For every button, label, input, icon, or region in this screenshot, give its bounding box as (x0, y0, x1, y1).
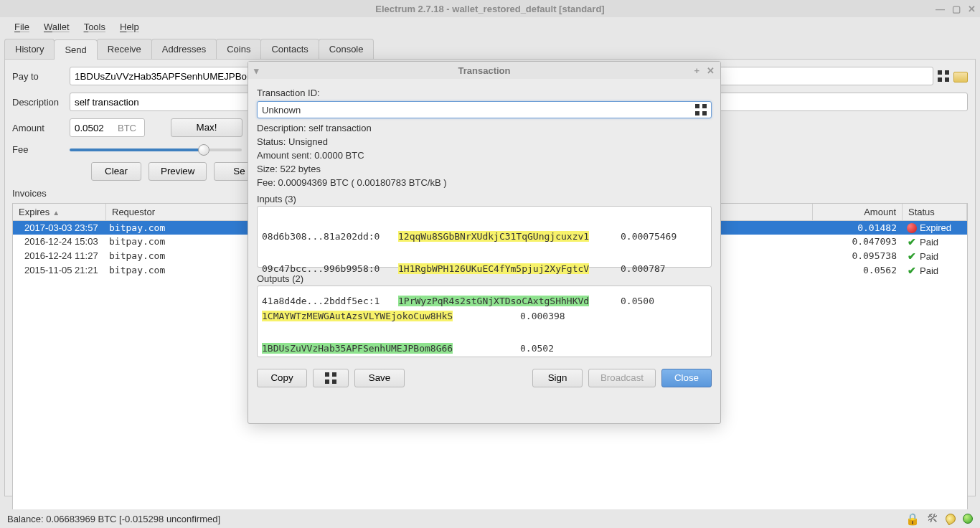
dialog-menu-icon[interactable]: ▾ (254, 65, 259, 76)
tx-fee: Fee: 0.00094369 BTC ( 0.00180783 BTC/kB … (257, 177, 712, 188)
preview-button[interactable]: Preview (149, 162, 207, 181)
tab-send[interactable]: Send (54, 39, 97, 60)
fee-label: Fee (12, 144, 70, 155)
tx-amount: Amount sent: 0.0000 BTC (257, 150, 712, 161)
sort-asc-icon: ▲ (52, 209, 60, 217)
seed-icon[interactable] (943, 512, 957, 525)
status-paid-icon: ✔ (907, 236, 917, 248)
tab-history[interactable]: History (4, 39, 55, 59)
window-title: Electrum 2.7.18 - wallet_restored_defaul… (375, 4, 604, 14)
folder-icon[interactable] (953, 72, 968, 82)
save-button[interactable]: Save (354, 369, 405, 387)
dialog-close-icon[interactable]: ✕ (707, 65, 715, 76)
col-status[interactable]: Status (903, 204, 967, 220)
lock-icon[interactable]: 🔒 (905, 512, 920, 526)
txid-label: Transaction ID: (257, 88, 712, 98)
status-paid-icon: ✔ (907, 250, 917, 262)
tab-coins[interactable]: Coins (216, 39, 261, 59)
transaction-dialog: ▾ Transaction + ✕ Transaction ID: Unknow… (248, 61, 721, 424)
qr-icon[interactable] (938, 70, 949, 82)
menu-tools[interactable]: Tools (77, 19, 113, 35)
status-bar: Balance: 0.06683969 BTC [-0.015298 uncon… (0, 509, 980, 528)
tx-size: Size: 522 bytes (257, 164, 712, 174)
menubar: File Wallet Tools Help (0, 17, 980, 36)
tx-description: Description: self transaction (257, 123, 712, 133)
menu-wallet[interactable]: Wallet (37, 19, 77, 35)
settings-icon[interactable]: 🛠 (927, 512, 938, 525)
close-button[interactable]: Close (661, 369, 712, 387)
menu-help[interactable]: Help (113, 19, 146, 35)
description-label: Description (12, 97, 70, 108)
inputs-list[interactable]: 08d6b308...81a202dd:012qqWu8SGbBNrXUdkjC… (257, 206, 712, 268)
max-button[interactable]: Max! (171, 118, 242, 137)
clear-button[interactable]: Clear (91, 162, 141, 181)
tx-status: Status: Unsigned (257, 136, 712, 147)
tab-bar: History Send Receive Addresses Coins Con… (0, 36, 980, 59)
network-status-icon[interactable] (963, 514, 973, 524)
amount-label: Amount (12, 123, 70, 133)
minimize-icon[interactable]: — (936, 4, 945, 14)
txid-field[interactable]: Unknown (257, 101, 712, 118)
menu-file[interactable]: File (7, 19, 37, 35)
qr-icon[interactable] (695, 104, 707, 116)
close-icon[interactable]: ✕ (968, 4, 976, 14)
sign-button[interactable]: Sign (532, 369, 583, 387)
status-expired-icon (907, 223, 917, 233)
dialog-expand-icon[interactable]: + (694, 65, 699, 76)
payto-label: Pay to (12, 71, 70, 82)
window-titlebar: Electrum 2.7.18 - wallet_restored_defaul… (0, 0, 980, 17)
qr-button[interactable] (313, 369, 349, 387)
col-amount[interactable]: Amount (813, 204, 903, 220)
tab-console[interactable]: Console (319, 39, 374, 59)
maximize-icon[interactable]: ▢ (952, 4, 961, 14)
inputs-label: Inputs (3) (257, 194, 712, 204)
fee-slider[interactable] (70, 148, 242, 151)
dialog-title: Transaction (458, 65, 511, 76)
col-expires[interactable]: Expires▲ (13, 204, 106, 220)
copy-button[interactable]: Copy (257, 369, 307, 387)
tab-contacts[interactable]: Contacts (260, 39, 319, 59)
amount-unit: BTC (118, 123, 136, 133)
qr-icon (325, 372, 336, 384)
broadcast-button: Broadcast (588, 369, 656, 387)
tab-addresses[interactable]: Addresses (151, 39, 217, 59)
status-paid-icon: ✔ (907, 265, 917, 276)
tab-receive[interactable]: Receive (97, 39, 152, 59)
outputs-label: Outputs (2) (257, 273, 712, 284)
balance-text: Balance: 0.06683969 BTC [-0.015298 uncon… (7, 514, 220, 524)
